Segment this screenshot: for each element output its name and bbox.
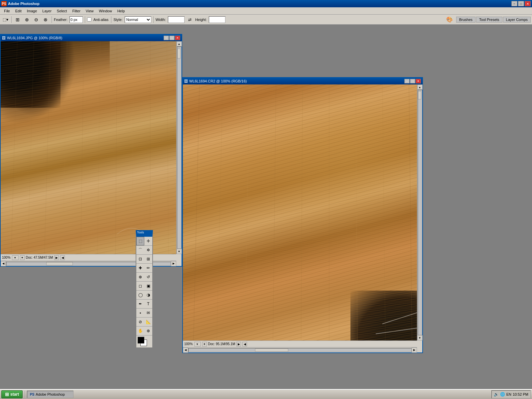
palette-icon[interactable]: 🎨 — [446, 16, 454, 23]
menu-help[interactable]: Help — [115, 7, 128, 14]
doc-maximize-cr2[interactable]: □ — [410, 79, 415, 83]
menu-layer[interactable]: Layer — [40, 7, 54, 14]
tab-tool-presets[interactable]: Tool Presets — [476, 17, 502, 23]
hscrollbar-cr2[interactable]: ◀ ▶ — [183, 347, 417, 352]
hand-tool-btn[interactable]: ✋ — [136, 327, 144, 335]
doc-close-cr2[interactable]: ✕ — [416, 79, 421, 83]
notes-tool-btn[interactable]: ✉ — [144, 309, 152, 317]
dodge-tool-btn[interactable]: ◯ — [136, 291, 144, 299]
menu-select[interactable]: Select — [54, 7, 70, 14]
history-brush-btn[interactable]: ↺ — [144, 273, 152, 281]
feather-input[interactable] — [69, 16, 83, 23]
vscroll-track-cr2[interactable] — [418, 90, 422, 335]
doc-minimize-jpg[interactable]: − — [164, 36, 169, 40]
subtract-selection-btn[interactable]: ⊖ — [32, 16, 40, 23]
vscroll-thumb-jpg[interactable] — [177, 49, 181, 59]
width-input[interactable] — [168, 16, 185, 23]
tab-brushes[interactable]: Brushes — [456, 17, 475, 23]
swap-dimensions-btn[interactable]: ⇄ — [186, 16, 194, 23]
vscrollbar-jpg[interactable]: ▲ ▼ — [176, 41, 182, 254]
menu-edit[interactable]: Edit — [13, 7, 24, 14]
foreground-color-swatch[interactable] — [138, 337, 144, 343]
zoom-tool-btn[interactable]: ⊕ — [144, 327, 152, 335]
doc-titlebar-cr2[interactable]: 🖼 WL6L1694.CR2 @ 100% (RGB/16) − □ ✕ — [183, 78, 422, 84]
vscrollbar-cr2[interactable]: ▲ ▼ — [417, 84, 422, 340]
taskbar-apps: PS Adobe Photoshop — [27, 391, 490, 398]
tool-row-10: ⊘ 📐 — [136, 318, 152, 327]
back-btn-cr2[interactable]: ◀ — [242, 342, 247, 346]
shape-tool-btn[interactable]: ▪ — [136, 309, 144, 317]
burn-tool-btn[interactable]: ◑ — [144, 291, 152, 299]
hscroll-right-jpg[interactable]: ▶ — [171, 261, 176, 266]
arrow-btn-jpg[interactable]: ▶ — [54, 255, 59, 260]
tool-row-11: ✋ ⊕ — [136, 327, 152, 335]
antialias-checkbox[interactable] — [87, 17, 91, 22]
zoom-menu-btn-jpg[interactable]: ▾ — [12, 255, 19, 260]
vscroll-track-jpg[interactable] — [177, 47, 182, 249]
hscroll-thumb-cr2[interactable] — [255, 348, 288, 352]
pen-tool-btn[interactable]: ✒ — [136, 300, 144, 308]
tray-time: 10:52 PM — [513, 392, 528, 396]
marquee-tool-btn[interactable]: ⬚ — [136, 237, 144, 245]
doc-titlebar-jpg[interactable]: 🖼 WL6L1694.JPG @ 100% (RGB/8) − □ ✕ — [1, 35, 182, 41]
svg-line-11 — [216, 84, 223, 340]
eyedropper-btn[interactable]: ⊘ — [136, 318, 144, 326]
vscroll-up-jpg[interactable]: ▲ — [177, 41, 182, 47]
vscroll-down-cr2[interactable]: ▼ — [417, 335, 423, 340]
separator-4 — [111, 16, 111, 23]
menu-view[interactable]: View — [83, 7, 96, 14]
brush-tool-btn[interactable]: ✏ — [144, 264, 152, 272]
info-btn-cr2[interactable]: ✦ — [202, 342, 207, 346]
hscroll-right-cr2[interactable]: ▶ — [412, 347, 417, 353]
menu-window[interactable]: Window — [96, 7, 115, 14]
start-button[interactable]: ⊞ start — [1, 390, 23, 398]
menu-image[interactable]: Image — [24, 7, 40, 14]
tool-preset-picker[interactable]: ⬚▾ — [1, 16, 9, 23]
magic-wand-tool-btn[interactable]: ✲ — [144, 246, 152, 254]
hscroll-left-jpg[interactable]: ◀ — [1, 261, 6, 266]
menu-file[interactable]: File — [1, 7, 13, 14]
gradient-tool-btn[interactable]: ▣ — [144, 282, 152, 290]
info-btn-jpg[interactable]: ✦ — [20, 255, 25, 260]
slice-tool-btn[interactable]: ⊞ — [144, 255, 152, 263]
type-tool-btn[interactable]: T — [144, 300, 152, 308]
lasso-tool-btn[interactable]: ⌒ — [136, 246, 144, 254]
feather-label: Feather: — [54, 18, 67, 22]
zoom-menu-btn-cr2[interactable]: ▾ — [194, 342, 201, 346]
photoshop-taskbar-btn[interactable]: PS Adobe Photoshop — [27, 391, 73, 398]
minimize-button[interactable]: − — [511, 1, 517, 6]
doc-maximize-jpg[interactable]: □ — [169, 36, 175, 40]
doc-minimize-cr2[interactable]: − — [404, 79, 410, 83]
tray-speaker-icon: 🔊 — [494, 392, 499, 397]
menu-filter[interactable]: Filter — [69, 7, 83, 14]
maximize-button[interactable]: □ — [518, 1, 524, 6]
measure-tool-btn[interactable]: 📐 — [144, 318, 152, 326]
close-button[interactable]: ✕ — [525, 1, 531, 6]
separator-5 — [153, 16, 154, 23]
vscroll-thumb-cr2[interactable] — [418, 91, 421, 99]
hscroll-left-cr2[interactable]: ◀ — [183, 347, 188, 353]
crop-tool-btn[interactable]: ⊡ — [136, 255, 144, 263]
svg-line-7 — [132, 41, 134, 254]
start-label: start — [10, 392, 19, 397]
intersect-selection-btn[interactable]: ⊗ — [42, 16, 50, 23]
eraser-tool-btn[interactable]: ◻ — [136, 282, 144, 290]
svg-line-13 — [273, 84, 276, 340]
svg-line-14 — [301, 84, 303, 340]
add-selection-btn[interactable]: ⊕ — [23, 16, 31, 23]
move-tool-btn[interactable]: ✛ — [144, 237, 152, 245]
doc-close-jpg[interactable]: ✕ — [175, 36, 180, 40]
vscroll-down-jpg[interactable]: ▼ — [177, 249, 182, 254]
back-btn-jpg[interactable]: ◀ — [60, 255, 65, 260]
vscroll-up-cr2[interactable]: ▲ — [417, 84, 423, 90]
tool-row-8: ✒ T — [136, 300, 152, 309]
tab-layer-comps[interactable]: Layer Comps — [503, 17, 531, 23]
arrow-btn-cr2[interactable]: ▶ — [236, 342, 241, 346]
clone-stamp-btn[interactable]: ⊕ — [136, 273, 144, 281]
style-select[interactable]: Normal Fixed Ratio Fixed Size — [125, 16, 151, 23]
hscroll-thumb-jpg[interactable] — [46, 262, 73, 265]
height-input[interactable] — [209, 16, 225, 23]
new-selection-btn[interactable]: ⊞ — [14, 16, 22, 23]
hscroll-track-cr2[interactable] — [188, 348, 412, 352]
healing-tool-btn[interactable]: ✚ — [136, 264, 144, 272]
